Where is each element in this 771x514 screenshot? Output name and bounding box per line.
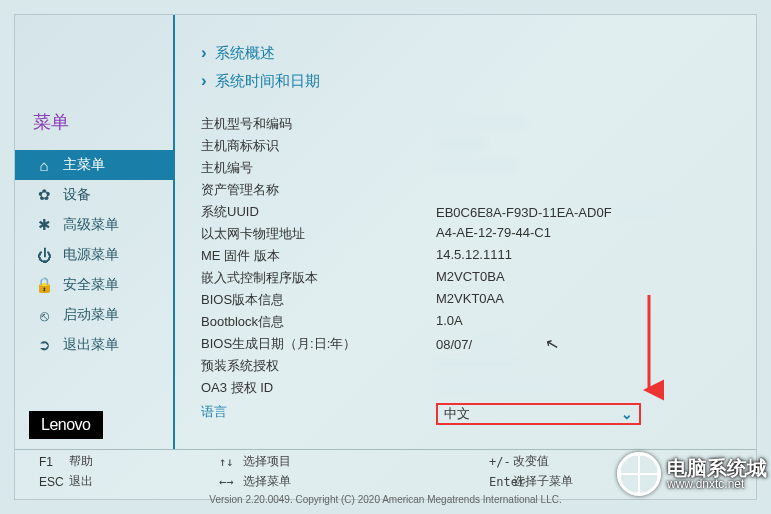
footer-exit: ESC 退出	[39, 473, 159, 490]
sidebar-item-label: 设备	[63, 186, 91, 204]
redacted-value	[436, 137, 486, 151]
section-system-datetime[interactable]: › 系统时间和日期	[201, 67, 746, 95]
info-label: Bootblock信息	[201, 313, 436, 331]
footer-enter: Enter 选择子菜单	[489, 473, 609, 490]
menu-heading: 菜单	[33, 110, 69, 134]
info-table: 主机型号和编码主机商标标识主机编号资产管理名称系统UUIDEB0C6E8A-F9…	[201, 113, 746, 399]
section-system-overview[interactable]: › 系统概述	[201, 39, 746, 67]
chevron-down-icon: ⌄	[621, 406, 633, 422]
lenovo-logo: Lenovo	[29, 411, 103, 439]
language-select[interactable]: 中文 ⌄	[436, 403, 641, 425]
info-row: 以太网卡物理地址A4-AE-12-79-44-C1	[201, 223, 746, 245]
info-row: 资产管理名称	[201, 179, 746, 201]
footer-help: F1 帮助	[39, 453, 159, 470]
info-label: OA3 授权 ID	[201, 379, 436, 397]
startup-icon: ⎋	[35, 307, 53, 324]
watermark: 电脑系统城 www.dnxtc.net	[617, 452, 767, 496]
info-label: BIOS版本信息	[201, 291, 436, 309]
language-label: 语言	[201, 403, 436, 425]
redacted-value	[478, 335, 508, 349]
info-value: 1.0A	[436, 313, 746, 331]
footer-select-menu: ←→ 选择菜单	[219, 473, 339, 490]
sidebar-item-power[interactable]: ⏻ 电源菜单	[15, 240, 173, 270]
sidebar-item-security[interactable]: 🔒 安全菜单	[15, 270, 173, 300]
footer-change: +/- 改变值	[489, 453, 609, 470]
main-panel: › 系统概述 › 系统时间和日期 主机型号和编码主机商标标识主机编号资产管理名称…	[175, 15, 756, 449]
section-label: 系统时间和日期	[215, 72, 320, 91]
info-label: ME 固件 版本	[201, 247, 436, 265]
info-value	[436, 379, 746, 397]
info-value: M2VCT0BA	[436, 269, 746, 287]
sidebar-item-label: 安全菜单	[63, 276, 119, 294]
info-label: 主机编号	[201, 159, 436, 177]
chevron-right-icon: ›	[201, 71, 207, 91]
redacted-value	[618, 203, 668, 217]
info-row: 主机型号和编码	[201, 113, 746, 135]
language-value: 中文	[444, 405, 470, 423]
info-value: EB0C6E8A-F93D-11EA-AD0F	[436, 203, 746, 221]
sidebar-menu: ⌂ 主菜单 ✿ 设备 ✱ 高级菜单 ⏻ 电源菜单 🔒 安全菜单	[15, 150, 173, 360]
info-value	[436, 115, 746, 133]
watermark-title: 电脑系统城	[667, 457, 767, 479]
power-icon: ⏻	[35, 247, 53, 264]
watermark-url: www.dnxtc.net	[667, 478, 767, 490]
info-row: 系统UUIDEB0C6E8A-F93D-11EA-AD0F	[201, 201, 746, 223]
info-value: A4-AE-12-79-44-C1	[436, 225, 746, 243]
language-row: 语言 中文 ⌄	[201, 401, 746, 427]
footer-select-item: ↑↓ 选择项目	[219, 453, 339, 470]
watermark-logo-icon	[617, 452, 661, 496]
advanced-icon: ✱	[35, 216, 53, 234]
exit-icon: ➲	[35, 336, 53, 354]
redacted-value	[436, 115, 526, 129]
redacted-value	[436, 357, 516, 371]
sidebar-item-label: 高级菜单	[63, 216, 119, 234]
info-row: 嵌入式控制程序版本M2VCT0BA	[201, 267, 746, 289]
info-value	[436, 137, 746, 155]
redacted-value	[436, 379, 556, 393]
info-label: 主机型号和编码	[201, 115, 436, 133]
info-value	[436, 357, 746, 375]
info-label: 预装系统授权	[201, 357, 436, 375]
info-label: 以太网卡物理地址	[201, 225, 436, 243]
sidebar-item-startup[interactable]: ⎋ 启动菜单	[15, 300, 173, 330]
info-value: 14.5.12.1111	[436, 247, 746, 265]
info-value: 08/07/	[436, 335, 746, 353]
sidebar-item-exit[interactable]: ➲ 退出菜单	[15, 330, 173, 360]
info-row: 预装系统授权	[201, 355, 746, 377]
info-row: BIOS生成日期（月:日:年）08/07/	[201, 333, 746, 355]
info-label: 资产管理名称	[201, 181, 436, 199]
sidebar-item-devices[interactable]: ✿ 设备	[15, 180, 173, 210]
info-value	[436, 181, 746, 199]
info-row: OA3 授权 ID	[201, 377, 746, 399]
info-row: 主机商标标识	[201, 135, 746, 157]
info-value: M2VKT0AA	[436, 291, 746, 309]
info-row: ME 固件 版本14.5.12.1111	[201, 245, 746, 267]
info-label: 主机商标标识	[201, 137, 436, 155]
section-links: › 系统概述 › 系统时间和日期	[201, 39, 746, 95]
sidebar-item-label: 启动菜单	[63, 306, 119, 324]
devices-icon: ✿	[35, 186, 53, 204]
sidebar-item-label: 退出菜单	[63, 336, 119, 354]
chevron-right-icon: ›	[201, 43, 207, 63]
redacted-value	[436, 159, 516, 173]
info-label: 嵌入式控制程序版本	[201, 269, 436, 287]
home-icon: ⌂	[35, 157, 53, 174]
lock-icon: 🔒	[35, 276, 53, 294]
section-label: 系统概述	[215, 44, 275, 63]
info-row: Bootblock信息1.0A	[201, 311, 746, 333]
info-row: BIOS版本信息M2VKT0AA	[201, 289, 746, 311]
sidebar-item-advanced[interactable]: ✱ 高级菜单	[15, 210, 173, 240]
info-label: 系统UUID	[201, 203, 436, 221]
sidebar-item-label: 主菜单	[63, 156, 105, 174]
info-value	[436, 159, 746, 177]
info-row: 主机编号	[201, 157, 746, 179]
sidebar: 菜单 ⌂ 主菜单 ✿ 设备 ✱ 高级菜单 ⏻ 电源菜单	[15, 15, 175, 449]
info-label: BIOS生成日期（月:日:年）	[201, 335, 436, 353]
sidebar-item-label: 电源菜单	[63, 246, 119, 264]
sidebar-item-main[interactable]: ⌂ 主菜单	[15, 150, 173, 180]
